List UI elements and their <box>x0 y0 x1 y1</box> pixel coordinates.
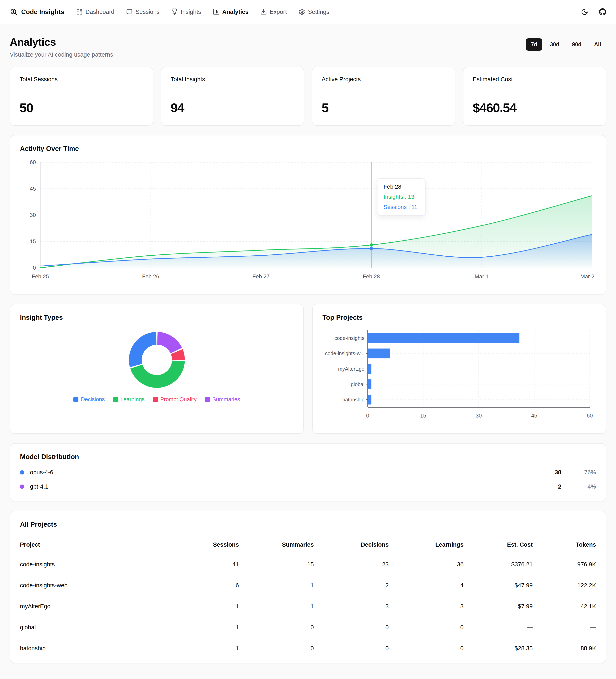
nav-item-label: Analytics <box>222 8 249 15</box>
activity-title: Activity Over Time <box>20 145 596 153</box>
brand-label: Code Insights <box>21 8 64 16</box>
cell-est-cost: $7.99 <box>464 596 533 617</box>
bar-chart-icon <box>213 8 219 15</box>
legend-item-decisions[interactable]: Decisions <box>73 396 105 402</box>
project-name: myAlterEgo <box>20 596 170 617</box>
page-title: Analytics <box>10 36 113 48</box>
stat-value: $460.54 <box>473 100 597 115</box>
nav-item-label: Export <box>270 8 287 15</box>
model-count: 38 <box>533 469 561 476</box>
cell-summaries: 0 <box>239 617 314 638</box>
lightbulb-icon <box>171 8 178 15</box>
bar-code-insights-w[interactable] <box>368 349 390 358</box>
model-row-opus-4-6: opus-4-63876% <box>20 469 596 476</box>
table-col-decisions: Decisions <box>314 535 389 554</box>
cell-tokens: 42.1K <box>533 596 596 617</box>
tooltip-row-sessions: Sessions : 11 <box>384 204 419 211</box>
legend-label: Summaries <box>212 396 240 402</box>
nav-items: DashboardSessionsInsightsAnalyticsExport… <box>64 8 329 15</box>
model-name: opus-4-6 <box>30 469 53 476</box>
bar-code-insights[interactable] <box>368 333 519 343</box>
stat-card-total-insights: Total Insights94 <box>161 67 304 126</box>
cell-decisions: 0 <box>314 638 389 659</box>
chat-bubble-icon <box>126 8 133 15</box>
svg-text:60: 60 <box>587 413 593 419</box>
cell-decisions: 2 <box>314 575 389 596</box>
range-button-90d[interactable]: 90d <box>567 38 587 51</box>
stat-card-active-projects: Active Projects5 <box>312 67 455 126</box>
activity-chart[interactable]: 015304560Feb 25Feb 26Feb 27Feb 28Mar 1Ma… <box>20 158 596 286</box>
cell-learnings: 0 <box>389 638 464 659</box>
insight-types-legend: DecisionsLearningsPrompt QualitySummarie… <box>20 396 294 402</box>
time-range-group: 7d30d90dAll <box>526 38 606 51</box>
model-name: gpt-4.1 <box>30 483 48 490</box>
cell-learnings: 0 <box>389 617 464 638</box>
nav-item-sessions[interactable]: Sessions <box>126 8 160 15</box>
cell-summaries: 15 <box>239 554 314 575</box>
model-color-dot <box>20 485 24 489</box>
legend-item-learnings[interactable]: Learnings <box>113 396 144 402</box>
legend-item-prompt-quality[interactable]: Prompt Quality <box>153 396 197 402</box>
range-button-30d[interactable]: 30d <box>545 38 564 51</box>
svg-text:Feb 27: Feb 27 <box>252 273 269 280</box>
bar-batonship[interactable] <box>368 395 371 405</box>
range-button-7d[interactable]: 7d <box>526 38 543 51</box>
svg-text:30: 30 <box>30 212 36 218</box>
range-button-all[interactable]: All <box>589 38 606 51</box>
top-nav: Code Insights DashboardSessionsInsightsA… <box>0 0 616 24</box>
legend-label: Learnings <box>120 396 144 402</box>
gear-icon <box>299 8 305 15</box>
nav-item-insights[interactable]: Insights <box>171 8 201 15</box>
moon-icon[interactable] <box>581 8 588 15</box>
main-content: Analytics Visualize your AI coding usage… <box>0 24 616 675</box>
top-projects-chart[interactable]: 015304560code-insightscode-insights-w...… <box>322 327 596 424</box>
svg-text:45: 45 <box>531 413 537 419</box>
tooltip-rows: Insights : 13Sessions : 11 <box>384 194 419 211</box>
search-sparkle-logo-icon <box>10 8 18 16</box>
stat-card-estimated-cost: Estimated Cost$460.54 <box>463 67 607 126</box>
project-name: global <box>20 617 170 638</box>
nav-item-export[interactable]: Export <box>260 8 287 15</box>
stat-value: 94 <box>171 100 295 115</box>
download-icon <box>260 8 267 15</box>
brand[interactable]: Code Insights <box>10 8 64 16</box>
svg-text:Feb 25: Feb 25 <box>32 273 49 280</box>
nav-item-label: Sessions <box>135 8 160 15</box>
table-row-code-insights: code-insights41152336$376.21976.9K <box>20 554 596 575</box>
bar-myalterego[interactable] <box>368 364 371 374</box>
nav-item-label: Dashboard <box>86 8 115 15</box>
svg-text:Feb 26: Feb 26 <box>142 273 159 280</box>
table-row-batonship: batonship1000$28.3588.9K <box>20 638 596 659</box>
activity-chart-canvas[interactable]: 015304560Feb 25Feb 26Feb 27Feb 28Mar 1Ma… <box>20 158 596 286</box>
legend-label: Prompt Quality <box>160 396 197 402</box>
legend-item-summaries[interactable]: Summaries <box>205 396 240 402</box>
table-col-project: Project <box>20 535 170 554</box>
insight-types-chart[interactable] <box>20 330 294 390</box>
svg-text:15: 15 <box>30 238 36 245</box>
table-col-learnings: Learnings <box>389 535 464 554</box>
svg-text:15: 15 <box>420 413 426 419</box>
donut-slice-summaries[interactable] <box>157 332 182 353</box>
nav-item-settings[interactable]: Settings <box>299 8 329 15</box>
cell-sessions: 1 <box>170 617 239 638</box>
nav-item-label: Settings <box>308 8 329 15</box>
legend-swatch <box>153 397 158 402</box>
table-header-row: ProjectSessionsSummariesDecisionsLearnin… <box>20 535 596 554</box>
insight-types-card: Insight Types DecisionsLearningsPrompt Q… <box>10 304 304 434</box>
bar-global[interactable] <box>368 380 371 389</box>
cell-tokens: 88.9K <box>533 638 596 659</box>
cell-tokens: — <box>533 617 596 638</box>
nav-item-analytics[interactable]: Analytics <box>213 8 249 15</box>
cell-est-cost: $376.21 <box>464 554 533 575</box>
github-icon[interactable] <box>599 8 606 15</box>
cell-summaries: 1 <box>239 596 314 617</box>
model-row-gpt-4-1: gpt-4.124% <box>20 483 596 490</box>
bar-label-batonship: batonship <box>343 397 364 402</box>
cell-learnings: 4 <box>389 575 464 596</box>
cell-decisions: 3 <box>314 596 389 617</box>
nav-item-label: Insights <box>181 8 201 15</box>
model-count: 2 <box>533 483 561 490</box>
nav-item-dashboard[interactable]: Dashboard <box>76 8 115 15</box>
top-projects-title: Top Projects <box>322 314 596 321</box>
donut-slice-decisions[interactable] <box>129 332 156 367</box>
